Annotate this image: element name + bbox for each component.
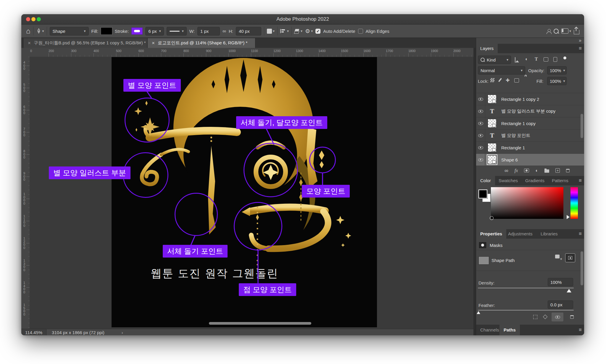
feather-input[interactable]: 0.0 px [548, 300, 573, 309]
adjustment-layer-icon[interactable]: ◐ [535, 168, 538, 173]
panel-menu-icon[interactable]: ≡ [579, 44, 582, 53]
density-slider-thumb[interactable] [567, 289, 571, 292]
tab-layers[interactable]: Layers [476, 44, 498, 53]
path-alignment-button[interactable]: ▾ [280, 29, 289, 33]
tab-patterns[interactable]: Patterns [548, 176, 573, 185]
feather-slider-track[interactable] [478, 310, 574, 310]
status-chevron-icon[interactable]: › [110, 330, 123, 335]
filter-shape-layers-icon[interactable] [544, 57, 548, 62]
layer-name: Rectangle 1 copy 2 [501, 97, 539, 102]
filter-smart-objects-icon[interactable] [553, 57, 557, 62]
add-shape-path-icon[interactable] [555, 255, 562, 261]
add-layer-mask-icon[interactable] [524, 169, 529, 172]
layer-visibility-toggle[interactable] [476, 93, 485, 105]
delete-mask-icon[interactable] [570, 315, 574, 319]
zoom-window-button[interactable] [37, 17, 41, 21]
collapse-panels-icon[interactable]: » [579, 38, 581, 43]
stroke-swatch[interactable] [131, 27, 143, 35]
layer-visibility-toggle[interactable] [476, 142, 485, 153]
shape-height-input[interactable]: 40 px [236, 27, 261, 35]
tab-gradients[interactable]: Gradients [521, 176, 549, 185]
layer-row[interactable]: Rectangle 1 copy [476, 117, 584, 130]
lock-position-icon[interactable]: ✚ [506, 78, 510, 83]
hue-strip[interactable] [570, 187, 578, 219]
color-cursor[interactable] [490, 216, 494, 220]
delete-layer-icon[interactable] [566, 169, 570, 172]
tab-color[interactable]: Color [476, 176, 495, 185]
minimize-window-button[interactable] [31, 17, 36, 21]
layer-filter-select[interactable]: Kind ▾ [478, 56, 511, 64]
filter-type-layers-icon[interactable]: T [535, 57, 538, 62]
link-dimensions-icon[interactable]: ∞ [223, 29, 226, 34]
tab-channels[interactable]: Channels [476, 325, 503, 335]
document-tab-active[interactable]: × 로고포인트.psd @ 114% (Shape 6, RGB/8*) * [148, 38, 255, 48]
zoom-level-field[interactable]: 114.45% [21, 329, 46, 335]
share-for-review-icon[interactable] [547, 29, 551, 33]
layer-visibility-toggle[interactable] [476, 105, 485, 117]
density-slider-track[interactable] [478, 288, 574, 288]
layer-row[interactable]: T별 모양 일러스트 부분 copy [476, 105, 584, 117]
path-operations-button[interactable]: ▾ [267, 29, 275, 34]
layer-row[interactable]: Rectangle 1 [476, 142, 584, 154]
panel-menu-icon[interactable]: ≡ [579, 229, 582, 239]
path-arrangement-button[interactable]: ▾ [294, 29, 302, 33]
width-label: W: [189, 29, 195, 34]
tab-properties[interactable]: Properties [476, 229, 506, 239]
shape-settings-button[interactable]: ⚙ ▾ [305, 28, 313, 34]
tab-adjustments[interactable]: Adjustments [504, 229, 537, 239]
home-icon[interactable]: ⌂ [26, 27, 30, 35]
tab-swatches[interactable]: Swatches [494, 176, 522, 185]
lock-transparency-icon[interactable] [490, 78, 494, 82]
layer-style-fx-icon[interactable]: fx [515, 168, 518, 173]
vector-mask-button[interactable] [565, 253, 575, 262]
layer-visibility-toggle[interactable] [476, 130, 485, 141]
lock-pixels-icon[interactable] [498, 78, 502, 82]
filter-adjustment-layers-icon[interactable]: ◐ [525, 57, 528, 62]
horizontal-scrollbar[interactable] [209, 322, 311, 325]
mask-visibility-button[interactable] [552, 313, 563, 321]
foreground-color-swatch[interactable] [478, 190, 487, 198]
close-window-button[interactable] [26, 17, 30, 21]
auto-add-delete-checkbox[interactable]: ✓ [315, 29, 320, 34]
filter-pixel-layers-icon[interactable] [515, 57, 515, 63]
mask-selection-icon[interactable] [533, 315, 537, 319]
search-icon[interactable] [554, 29, 559, 34]
layer-visibility-toggle[interactable] [476, 117, 485, 129]
shape-path-thumbnail[interactable] [478, 256, 489, 265]
shape-width-input[interactable]: 1 px [197, 27, 220, 35]
ruler-label: 1400 [318, 49, 325, 53]
layer-row[interactable]: T별 모양 포인트 [476, 130, 584, 142]
new-group-icon[interactable] [544, 169, 549, 173]
panel-menu-icon[interactable]: ≡ [579, 325, 582, 335]
hue-marker[interactable] [567, 215, 570, 219]
density-input[interactable]: 100% [548, 278, 573, 286]
color-saturation-field[interactable] [491, 187, 563, 219]
close-icon[interactable]: × [28, 40, 31, 46]
apply-mask-icon[interactable] [543, 315, 548, 319]
new-layer-icon[interactable]: + [555, 168, 560, 173]
layer-row[interactable]: Shape 6 [476, 154, 584, 166]
fill-input[interactable]: 100% ▾ [547, 77, 567, 85]
share-icon[interactable] [574, 30, 579, 34]
align-edges-checkbox[interactable] [358, 29, 363, 34]
stroke-width-select[interactable]: 6 px ▾ [145, 27, 164, 35]
layer-visibility-toggle[interactable] [476, 154, 485, 166]
feather-slider-thumb[interactable] [477, 311, 480, 314]
layers-scrollbar[interactable] [581, 114, 583, 138]
fill-swatch[interactable] [101, 27, 112, 35]
pen-tool-button[interactable]: ▾ [36, 28, 44, 34]
document-tab[interactable]: × 구원_타이틀B.psd @ 56.5% (Ellipse 1 copy 5,… [24, 38, 147, 48]
layer-row[interactable]: Rectangle 1 copy 2 [476, 93, 584, 105]
workspace-switcher[interactable]: ▾ [561, 28, 571, 34]
link-layers-icon[interactable]: ∞ [505, 168, 508, 173]
opacity-input[interactable]: 100% ▾ [547, 66, 567, 75]
lock-artboard-icon[interactable] [514, 78, 519, 82]
tab-libraries[interactable]: Libraries [536, 229, 562, 239]
tool-mode-select[interactable]: Shape ▾ [50, 27, 89, 35]
panel-menu-icon[interactable]: ≡ [579, 176, 582, 185]
blend-mode-select[interactable]: Normal ▾ [478, 66, 525, 75]
properties-scrollbar[interactable] [581, 251, 583, 285]
close-icon[interactable]: × [152, 40, 155, 46]
tab-paths[interactable]: Paths [499, 325, 520, 335]
stroke-type-select[interactable]: ▾ [167, 27, 187, 35]
